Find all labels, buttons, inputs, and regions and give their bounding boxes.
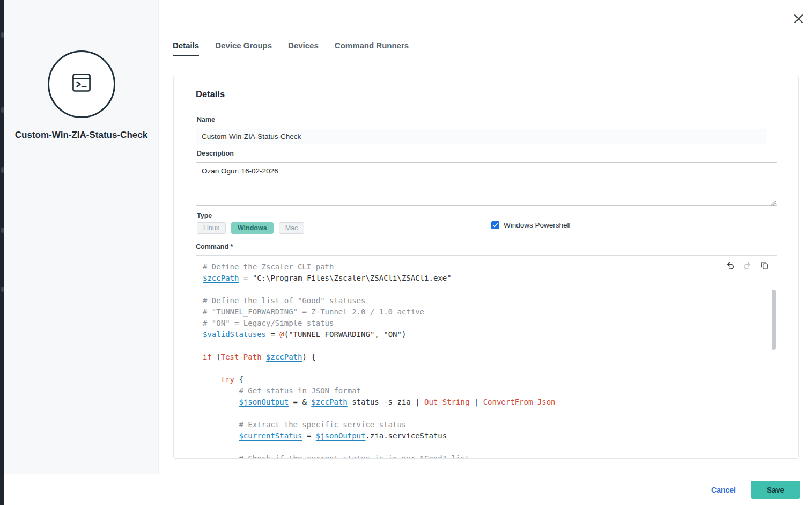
tab-details[interactable]: Details — [173, 41, 199, 56]
code-line: # Get status in JSON format — [203, 385, 766, 397]
code-line: try { — [203, 374, 766, 385]
script-title: Custom-Win-ZIA-Status-Check — [4, 129, 158, 142]
code-line: # "ON" = Legacy/Simple status — [203, 318, 766, 329]
code-line: if (Test-Path $zccPath) { — [203, 352, 766, 363]
code-line — [203, 408, 766, 419]
cancel-button[interactable]: Cancel — [711, 486, 736, 494]
section-title: Details — [196, 89, 225, 99]
details-card: Details Name Description Ozan Ogur: 16-0… — [173, 76, 799, 459]
type-option-mac[interactable]: Mac — [279, 222, 305, 234]
code-content[interactable]: # Define the Zscaler CLI path$zccPath = … — [203, 261, 766, 459]
code-line — [203, 340, 766, 352]
name-input[interactable] — [196, 129, 766, 144]
terminal-script-icon — [67, 68, 97, 100]
code-line — [203, 284, 766, 295]
left-panel: Custom-Win-ZIA-Status-Check — [4, 0, 159, 474]
powershell-checkbox-row[interactable]: Windows Powershell — [491, 221, 571, 229]
tab-devices[interactable]: Devices — [288, 41, 319, 56]
type-selector: Linux Windows Mac — [197, 222, 304, 234]
save-button[interactable]: Save — [751, 481, 800, 499]
command-code-editor[interactable]: # Define the Zscaler CLI path$zccPath = … — [196, 255, 777, 459]
tab-device-groups[interactable]: Device Groups — [215, 41, 272, 56]
tab-bar: Details Device Groups Devices Command Ru… — [173, 41, 409, 56]
editor-scrollbar[interactable] — [772, 290, 776, 350]
close-icon — [793, 13, 804, 27]
description-textarea[interactable]: Ozan Ogur: 16-02-2026 — [196, 162, 777, 206]
type-label: Type — [197, 212, 212, 219]
code-line: # Define the Zscaler CLI path — [203, 261, 766, 273]
copy-icon[interactable] — [760, 261, 769, 270]
powershell-checkbox[interactable] — [491, 221, 499, 229]
command-label: Command * — [196, 243, 233, 251]
code-line: # Define the list of "Good" statuses — [203, 295, 766, 306]
background-app-edge — [0, 0, 4, 505]
type-option-linux[interactable]: Linux — [197, 222, 226, 234]
close-button[interactable] — [791, 12, 806, 27]
code-line: # "TUNNEL_FORWARDING" = Z-Tunnel 2.0 / 1… — [203, 306, 766, 318]
code-line: # Extract the specific service status — [203, 419, 766, 430]
redo-icon[interactable] — [743, 261, 752, 270]
code-line — [203, 363, 766, 374]
editor-toolbar — [726, 261, 769, 270]
name-label: Name — [197, 116, 215, 123]
powershell-checkbox-label: Windows Powershell — [504, 221, 571, 229]
code-line: $currentStatus = $jsonOutput.zia.service… — [203, 430, 766, 442]
tab-command-runners[interactable]: Command Runners — [335, 41, 409, 56]
code-line: $jsonOutput = & $zccPath status -s zia |… — [203, 397, 766, 408]
code-line — [203, 442, 766, 453]
footer-bar: Cancel Save — [4, 474, 812, 505]
modal: Custom-Win-ZIA-Status-Check Details Devi… — [0, 0, 812, 505]
code-line: $zccPath = "C:\Program Files\Zscaler\ZSA… — [203, 273, 766, 284]
description-label: Description — [197, 150, 234, 157]
type-option-windows[interactable]: Windows — [231, 222, 274, 234]
script-avatar — [48, 50, 115, 118]
code-line: $validStatuses = @("TUNNEL_FORWARDING", … — [203, 329, 766, 340]
code-line: # Check if the current status is in our … — [203, 453, 766, 459]
undo-icon[interactable] — [726, 261, 735, 270]
